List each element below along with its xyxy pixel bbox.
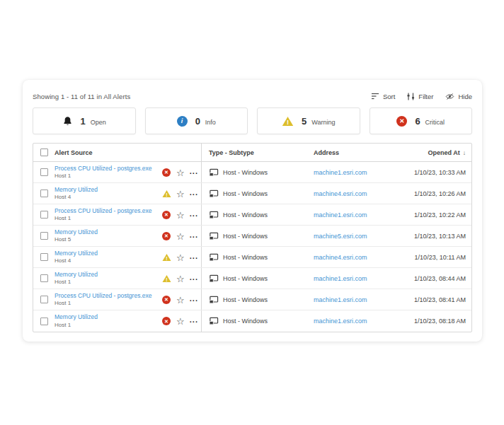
table-row: Memory Utilized Host 1 ! Host - Windows … [33, 268, 471, 289]
type-subtype-label: Host - Windows [223, 233, 268, 240]
svg-text:!: ! [166, 255, 167, 260]
opened-at-value: 1/10/23, 08:18 AM [402, 318, 466, 325]
alert-source-link[interactable]: Memory Utilized [55, 250, 161, 257]
sort-label: Sort [383, 93, 395, 100]
address-link[interactable]: machine4.esri.com [314, 254, 367, 261]
warning-icon: ! [282, 116, 294, 127]
svg-text:!: ! [166, 192, 167, 197]
row-checkbox[interactable] [40, 296, 48, 303]
address-link[interactable]: machine1.esri.com [314, 296, 367, 303]
row-checkbox[interactable] [40, 318, 48, 325]
host-windows-icon [209, 317, 219, 325]
critical-status-icon [162, 317, 171, 325]
type-subtype-label: Host - Windows [223, 254, 268, 261]
table-header-row: Alert Source Type - Subtype Address Open… [33, 144, 471, 162]
address-link[interactable]: machine4.esri.com [314, 190, 367, 197]
header-opened-at[interactable]: Opened At [402, 149, 466, 156]
select-all-checkbox[interactable] [40, 149, 48, 156]
warning-count: 5 [302, 116, 307, 127]
status-icon-slot: ! [162, 317, 171, 326]
host-windows-icon [209, 190, 219, 198]
open-label: Open [91, 119, 106, 126]
alert-source-link[interactable]: Process CPU Utilized - postgres.exe [55, 165, 161, 173]
address-link[interactable]: machine1.esri.com [314, 169, 367, 176]
star-icon[interactable] [176, 294, 185, 305]
info-alerts-card[interactable]: 0 Info [145, 107, 248, 134]
row-checkbox[interactable] [40, 211, 48, 219]
critical-status-icon [162, 296, 171, 304]
opened-at-value: 1/10/23, 10:26 AM [402, 190, 466, 197]
host-windows-icon [209, 274, 219, 283]
row-menu-icon[interactable] [190, 315, 199, 327]
filter-button[interactable]: Filter [407, 93, 433, 100]
star-icon[interactable] [176, 273, 185, 284]
alert-source-link[interactable]: Memory Utilized [55, 229, 161, 236]
row-menu-icon[interactable] [190, 188, 199, 199]
alert-source-link[interactable]: Memory Utilized [55, 272, 161, 279]
critical-icon [396, 116, 407, 127]
row-menu-icon[interactable] [190, 294, 199, 305]
opened-at-value: 1/10/23, 08:44 AM [402, 275, 466, 282]
hide-button[interactable]: Hide [445, 93, 472, 100]
hide-eye-slash-icon [445, 93, 454, 100]
row-menu-icon[interactable] [190, 209, 199, 221]
critical-alerts-card[interactable]: 6 Critical [370, 107, 473, 134]
star-icon[interactable] [176, 252, 185, 263]
row-menu-icon[interactable] [190, 167, 199, 178]
info-label: Info [205, 119, 216, 126]
table-body: Process CPU Utilized - postgres.exe Host… [33, 162, 471, 332]
warning-alerts-card[interactable]: ! 5 Warning [257, 107, 360, 134]
host-windows-icon [209, 232, 219, 240]
status-icon-slot: ! [162, 274, 171, 283]
critical-status-icon [162, 232, 171, 240]
row-checkbox[interactable] [40, 274, 48, 282]
type-subtype-label: Host - Windows [223, 190, 268, 197]
hide-label: Hide [458, 93, 472, 100]
row-checkbox[interactable] [40, 232, 48, 240]
sort-button[interactable]: Sort [371, 93, 395, 100]
header-address: Address [307, 149, 402, 156]
row-checkbox[interactable] [40, 190, 48, 197]
status-icon-slot: ! [162, 295, 171, 304]
sort-descending-icon [463, 149, 466, 156]
row-menu-icon[interactable] [190, 273, 199, 284]
star-icon[interactable] [176, 231, 185, 242]
toolbar-actions: Sort Filter Hide [371, 93, 472, 100]
star-icon[interactable] [176, 167, 185, 178]
row-checkbox[interactable] [40, 168, 48, 176]
alert-source-link[interactable]: Memory Utilized [55, 187, 161, 194]
alert-host-label: Host 4 [55, 257, 161, 264]
critical-label: Critical [425, 119, 445, 126]
filter-icon [407, 93, 415, 100]
alert-host-label: Host 1 [55, 215, 161, 221]
host-windows-icon [209, 211, 219, 219]
alert-source-link[interactable]: Process CPU Utilized - postgres.exe [55, 208, 161, 215]
star-icon[interactable] [176, 188, 185, 199]
host-windows-icon [209, 253, 219, 262]
header-type-subtype: Type - Subtype [201, 144, 307, 161]
alert-host-label: Host 1 [55, 300, 161, 306]
row-menu-icon[interactable] [190, 252, 199, 263]
opened-at-value: 1/10/23, 10:33 AM [402, 169, 466, 176]
open-alerts-card[interactable]: 1 Open [33, 107, 136, 134]
row-menu-icon[interactable] [190, 231, 199, 242]
alert-source-link[interactable]: Process CPU Utilized - postgres.exe [55, 293, 161, 300]
star-icon[interactable] [176, 209, 185, 221]
table-row: Process CPU Utilized - postgres.exe Host… [33, 204, 471, 226]
warning-status-icon: ! [162, 190, 171, 198]
table-row: Memory Utilized Host 4 ! Host - Windows … [33, 247, 471, 268]
warning-label: Warning [311, 119, 335, 126]
summary-cards: 1 Open 0 Info ! 5 Warning 6 Critical [33, 107, 472, 134]
address-link[interactable]: machine5.esri.com [314, 233, 367, 240]
address-link[interactable]: machine1.esri.com [314, 211, 367, 219]
row-checkbox[interactable] [40, 253, 48, 261]
alert-host-label: Host 1 [55, 173, 161, 179]
alerts-table: Alert Source Type - Subtype Address Open… [33, 143, 472, 332]
status-icon-slot: ! [162, 168, 171, 177]
address-link[interactable]: machine1.esri.com [314, 318, 367, 325]
alert-source-link[interactable]: Memory Utilized [55, 314, 161, 321]
star-icon[interactable] [176, 315, 185, 327]
table-row: Process CPU Utilized - postgres.exe Host… [33, 162, 471, 183]
address-link[interactable]: machine1.esri.com [314, 275, 367, 282]
page-background: Showing 1 - 11 of 11 in All Alerts Sort … [0, 0, 504, 425]
